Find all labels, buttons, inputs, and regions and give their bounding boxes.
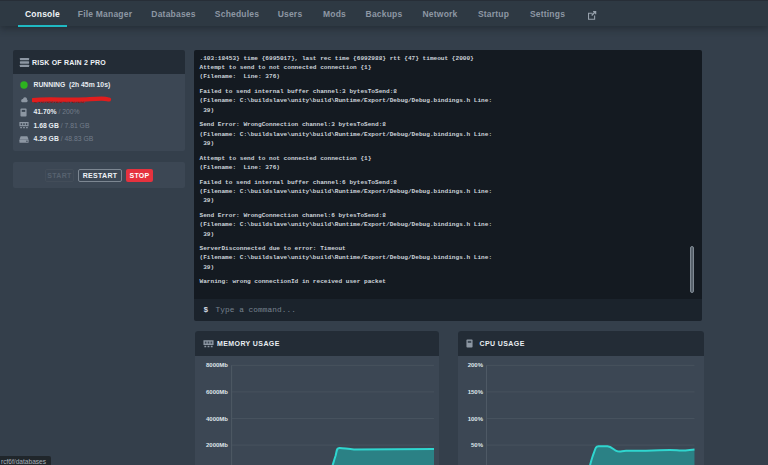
svg-text:6000Mb: 6000Mb	[206, 389, 228, 395]
svg-text:50%: 50%	[471, 442, 484, 448]
svg-text:100%: 100%	[467, 415, 483, 421]
svg-text:200%: 200%	[467, 362, 483, 368]
svg-text:150%: 150%	[467, 389, 483, 395]
svg-text:4000Mb: 4000Mb	[206, 415, 228, 421]
svg-text:2000Mb: 2000Mb	[206, 442, 228, 448]
svg-text:8000Mb: 8000Mb	[206, 362, 228, 368]
